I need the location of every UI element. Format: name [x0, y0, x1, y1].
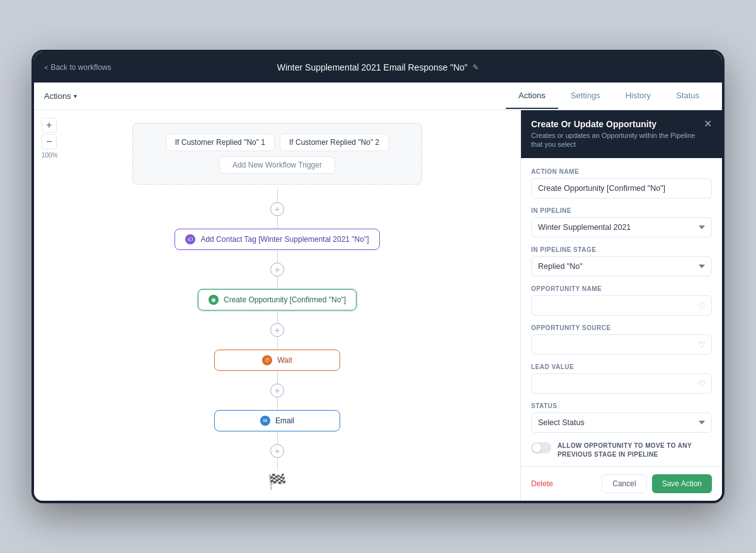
opportunity-name-field-group: OPPORTUNITY NAME ♡ — [531, 285, 712, 316]
workflow-title: Winter Supplemental 2021 Email Response … — [277, 62, 468, 72]
trigger-row: If Customer Replied "No" 1 If Customer R… — [166, 134, 389, 151]
workflow-area: If Customer Replied "No" 1 If Customer R… — [34, 110, 520, 501]
actions-dropdown[interactable]: Actions ▾ — [44, 91, 77, 101]
email-node-label: Email — [275, 416, 294, 425]
in-pipeline-label: IN PIPELINE — [531, 207, 712, 214]
main-content: + − 100% If Customer Replied "No" 1 If C… — [34, 110, 722, 501]
close-panel-button[interactable]: ✕ — [704, 118, 712, 130]
lead-value-input[interactable] — [531, 373, 712, 394]
status-field-group: STATUS Select Status — [531, 402, 712, 433]
add-node-button-5[interactable]: + — [270, 444, 284, 458]
status-select[interactable]: Select Status — [531, 413, 712, 433]
workflow-canvas: + − 100% If Customer Replied "No" 1 If C… — [34, 110, 520, 501]
tabs: Actions Settings History Status — [506, 83, 712, 109]
opportunity-action-node[interactable]: ◉ Create Opportunity [Confirmed "No"] — [198, 289, 357, 311]
tag-action-node[interactable]: 🏷 Add Contact Tag [Winter Supplemental 2… — [175, 229, 379, 250]
panel-body: ACTION NAME IN PIPELINE Winter Supplemen… — [521, 158, 722, 466]
status-label: STATUS — [531, 402, 712, 409]
add-node-button-4[interactable]: + — [270, 384, 284, 397]
opportunity-name-input[interactable] — [531, 295, 712, 316]
trigger-block: If Customer Replied "No" 1 If Customer R… — [132, 123, 422, 185]
opportunity-source-field-group: OPPORTUNITY SOURCE ♡ — [531, 324, 712, 355]
zoom-out-button[interactable]: − — [42, 134, 57, 149]
tag-icon: 🏷 — [185, 234, 195, 244]
in-pipeline-select[interactable]: Winter Supplemental 2021 — [531, 217, 712, 237]
in-pipeline-field-group: IN PIPELINE Winter Supplemental 2021 — [531, 207, 712, 237]
connector-line — [277, 397, 278, 410]
trigger-chip-2[interactable]: If Customer Replied "No" 2 — [280, 134, 389, 151]
app-container: Back to workflows Winter Supplemental 20… — [34, 52, 722, 501]
panel-footer: Delete Cancel Save Action — [521, 466, 722, 501]
tab-settings[interactable]: Settings — [558, 83, 613, 109]
connector-line — [277, 458, 278, 470]
connector-line — [277, 337, 278, 350]
panel-header: Create Or Update Opportunity Creates or … — [521, 110, 722, 158]
connector-line — [277, 311, 278, 323]
email-icon: ✉ — [260, 416, 270, 426]
lead-value-field-group: LEAD VALUE ♡ — [531, 363, 712, 394]
zoom-level: 100% — [42, 152, 58, 159]
in-pipeline-stage-select[interactable]: Replied "No" — [531, 256, 712, 276]
tab-status[interactable]: Status — [663, 83, 712, 109]
add-node-button-1[interactable]: + — [270, 202, 284, 216]
add-trigger-button[interactable]: Add New Workflow Trigger — [219, 156, 335, 174]
device-frame: Back to workflows Winter Supplemental 20… — [32, 50, 724, 503]
zoom-in-button[interactable]: + — [42, 118, 57, 133]
opportunity-source-input-wrapper: ♡ — [531, 334, 712, 355]
edit-title-icon[interactable]: ✎ — [472, 63, 479, 72]
connector-line — [277, 431, 278, 444]
back-link[interactable]: Back to workflows — [44, 63, 111, 72]
connector-1: + — [270, 190, 284, 229]
in-pipeline-stage-label: IN PIPELINE STAGE — [531, 246, 712, 253]
right-panel: Create Or Update Opportunity Creates or … — [520, 110, 722, 501]
panel-header-text: Create Or Update Opportunity Creates or … — [531, 119, 704, 149]
opportunity-name-label: OPPORTUNITY NAME — [531, 285, 712, 292]
action-name-field-group: ACTION NAME — [531, 168, 712, 198]
opportunity-source-input[interactable] — [531, 334, 712, 355]
opportunity-source-icon: ♡ — [698, 339, 706, 349]
in-pipeline-stage-field-group: IN PIPELINE STAGE Replied "No" — [531, 246, 712, 276]
connector-2: + — [270, 250, 284, 289]
allow-move-toggle[interactable] — [531, 442, 551, 453]
connector-line — [277, 216, 278, 229]
connector-4: + — [270, 371, 284, 410]
lead-value-input-wrapper: ♡ — [531, 373, 712, 394]
cancel-button[interactable]: Cancel — [602, 474, 646, 493]
app-header: Back to workflows Winter Supplemental 20… — [34, 52, 722, 83]
save-action-button[interactable]: Save Action — [652, 474, 712, 493]
opportunity-icon: ◉ — [209, 295, 219, 305]
panel-title: Create Or Update Opportunity — [531, 119, 704, 129]
finish-flag: 🏁 — [268, 473, 287, 491]
email-action-node[interactable]: ✉ Email — [214, 410, 340, 431]
tab-bar: Actions ▾ Actions Settings History Statu… — [34, 83, 722, 110]
tab-actions[interactable]: Actions — [506, 83, 558, 109]
header-title: Winter Supplemental 2021 Email Response … — [277, 62, 479, 72]
opportunity-name-icon: ♡ — [698, 300, 706, 310]
connector-line — [277, 276, 278, 289]
action-name-label: ACTION NAME — [531, 168, 712, 175]
wait-node-label: Wait — [277, 356, 292, 365]
tab-history[interactable]: History — [613, 83, 663, 109]
allow-move-label: ALLOW OPPORTUNITY TO MOVE TO ANY PREVIOU… — [558, 442, 712, 459]
add-node-button-2[interactable]: + — [270, 263, 284, 276]
action-name-input[interactable] — [531, 178, 712, 198]
lead-value-label: LEAD VALUE — [531, 363, 712, 370]
allow-move-toggle-row: ALLOW OPPORTUNITY TO MOVE TO ANY PREVIOU… — [531, 442, 712, 459]
tag-node-label: Add Contact Tag [Winter Supplemental 202… — [200, 235, 369, 244]
opportunity-source-label: OPPORTUNITY SOURCE — [531, 324, 712, 331]
wait-icon: ⏱ — [262, 355, 272, 365]
lead-value-icon: ♡ — [698, 379, 706, 388]
opportunity-name-input-wrapper: ♡ — [531, 295, 712, 316]
dropdown-arrow-icon: ▾ — [74, 93, 77, 100]
trigger-chip-1[interactable]: If Customer Replied "No" 1 — [166, 134, 275, 151]
opportunity-node-label: Create Opportunity [Confirmed "No"] — [224, 295, 346, 304]
connector-line — [277, 371, 278, 384]
connector-5: + — [270, 431, 284, 470]
delete-button[interactable]: Delete — [531, 479, 553, 488]
zoom-controls: + − 100% — [42, 118, 58, 159]
add-node-button-3[interactable]: + — [270, 323, 284, 337]
connector-3: + — [270, 311, 284, 350]
wait-action-node[interactable]: ⏱ Wait — [214, 350, 340, 371]
connector-line — [277, 190, 278, 202]
footer-buttons: Cancel Save Action — [602, 474, 712, 493]
